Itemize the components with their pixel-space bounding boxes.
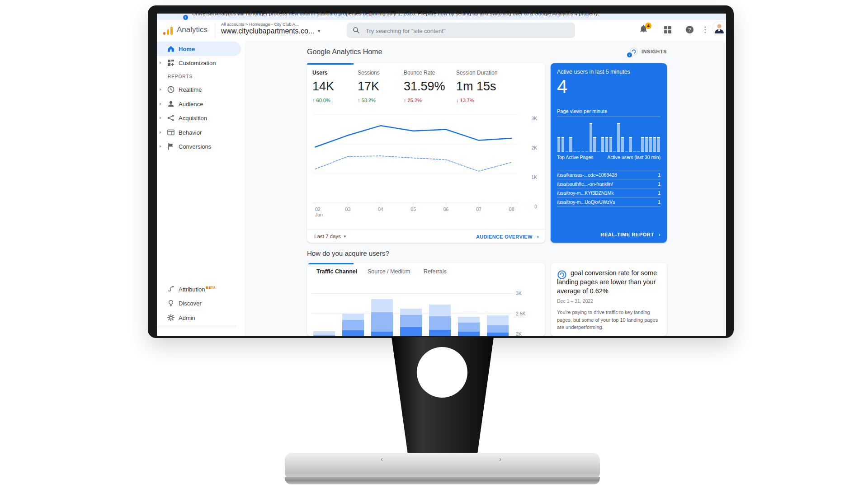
table-row[interactable]: /usa/troy-m...KYf3DZN1Mk1 — [557, 188, 660, 197]
sidebar-item-realtime[interactable]: Realtime — [157, 82, 241, 97]
section-title: How do you acquire users? — [307, 249, 389, 257]
flag-icon — [167, 142, 175, 150]
search-input[interactable] — [365, 23, 570, 39]
sidebar-item-attribution[interactable]: AttributionBETA — [157, 282, 241, 296]
traffic-channel-bar-chart: 3K2.5K2K — [307, 263, 545, 336]
notifications-bell-icon[interactable]: 4 — [638, 24, 649, 35]
realtime-subtitle: Page views per minute — [557, 108, 607, 114]
search-bar[interactable] — [347, 23, 575, 38]
table-row[interactable]: /usa/troy-m...UoQkvUWzVs1 — [557, 197, 660, 206]
page: ‹ › i Universal Analytics will no longer… — [0, 0, 868, 488]
y-axis-label: 2.5K — [516, 311, 535, 316]
intelligence-icon — [557, 270, 567, 282]
sidebar-item-label: Home — [179, 46, 195, 52]
help-icon[interactable]: ? — [684, 25, 695, 36]
sidebar-item-label: Customization — [179, 60, 216, 66]
insights-label: INSIGHTS — [642, 49, 667, 54]
divider — [215, 23, 215, 38]
reports-heading: REPORTS — [168, 74, 193, 79]
banner-text: Universal Analytics will no longer proce… — [192, 14, 599, 16]
notification-badge: 4 — [645, 23, 651, 29]
property-selector[interactable]: www.cityclubapartments.co...▼ — [221, 27, 321, 35]
svg-text:2K: 2K — [531, 145, 537, 150]
stacked-bar — [400, 309, 422, 336]
expand-caret-icon[interactable] — [160, 145, 161, 148]
more-options-icon[interactable]: ⋮ — [701, 25, 708, 36]
insight-card[interactable]: goal conversion rate for some landing pa… — [551, 263, 667, 336]
sidebar-item-conversions[interactable]: Conversions — [157, 139, 241, 154]
realtime-card: Active users in last 5 minutes 4 Page vi… — [551, 63, 667, 243]
clock-icon — [167, 85, 175, 94]
minute-bar — [629, 119, 633, 152]
overview-card: Users 14K ↑ 60.0% Sessions 17K ↑ 58.2% B… — [307, 63, 545, 243]
sidebar-item-acquisition[interactable]: Acquisition — [157, 111, 241, 125]
svg-text:0: 0 — [534, 204, 537, 209]
sidebar-item-label: Admin — [179, 314, 195, 321]
metric-session-duration[interactable]: Session Duration 1m 15s ↓ 13.7% — [456, 70, 510, 103]
expand-caret-icon[interactable] — [160, 131, 161, 134]
date-range-selector[interactable]: Last 7 days▼ — [314, 234, 347, 239]
attribution-icon — [167, 285, 175, 293]
page-title: Google Analytics Home — [307, 48, 382, 56]
svg-text:08: 08 — [509, 206, 514, 212]
breadcrumb[interactable]: All accounts > Homepage - City Club A... — [221, 22, 299, 27]
active-users-count: 4 — [557, 76, 567, 98]
sidebar-item-audience[interactable]: Audience — [157, 97, 241, 111]
y-axis-label: 3K — [516, 291, 535, 296]
avatar[interactable] — [712, 21, 726, 35]
minute-bar — [565, 119, 569, 152]
insight-body: You're paying to drive traffic to key la… — [557, 309, 661, 331]
minute-bar — [601, 119, 605, 152]
monitor-stand-cable-hole — [417, 347, 467, 398]
sidebar-item-admin[interactable]: Admin — [157, 310, 241, 325]
delta-arrow-icon: ↑ — [358, 98, 360, 103]
home-icon — [167, 45, 175, 53]
svg-text:05: 05 — [410, 206, 416, 212]
table-row[interactable]: /usa/southfie...-on-franklin/1 — [557, 179, 660, 188]
table-row[interactable]: /usa/kansas-...ode=10694281 — [557, 170, 660, 179]
metric-bounce-rate[interactable]: Bounce Rate 31.59% ↑ 25.2% — [404, 70, 453, 103]
metric-users[interactable]: Users 14K ↑ 60.0% — [312, 70, 358, 103]
chevron-down-icon: ▼ — [317, 29, 321, 33]
expand-caret-icon[interactable] — [160, 88, 161, 91]
sidebar-item-label: Audience — [179, 101, 203, 108]
svg-text:Jan: Jan — [315, 212, 323, 217]
svg-text:06: 06 — [443, 206, 449, 212]
chevron-right-icon: › — [537, 234, 539, 240]
insights-button[interactable]: 7 INSIGHTS — [629, 47, 667, 56]
metric-sessions[interactable]: Sessions 17K ↑ 58.2% — [358, 70, 403, 103]
minute-bar — [589, 119, 593, 152]
expand-caret-icon[interactable] — [160, 103, 161, 105]
svg-text:04: 04 — [378, 206, 383, 212]
expand-caret-icon[interactable] — [160, 117, 161, 119]
minute-bar — [605, 119, 609, 152]
search-icon — [353, 27, 360, 34]
minute-bar — [645, 119, 649, 152]
top-pages-header: Top Active Pages Active users (last 30 m… — [557, 155, 660, 160]
expand-caret-icon[interactable] — [160, 61, 161, 64]
sidebar-item-customization[interactable]: Customization — [157, 56, 241, 70]
sidebar-item-label: Conversions — [179, 143, 211, 150]
main-content: Google Analytics Home 7 INSIGHTS Users 1… — [245, 41, 726, 336]
stacked-bar — [313, 331, 335, 336]
realtime-report-link[interactable]: REAL-TIME REPORT› — [600, 232, 660, 237]
person-icon — [167, 100, 175, 108]
analytics-logo-text: Analytics — [177, 25, 208, 34]
sidebar: Home Customization REPORTS Realtime Audi… — [157, 41, 245, 336]
analytics-logo-icon — [163, 32, 165, 35]
apps-grid-icon[interactable] — [662, 25, 673, 36]
sidebar-item-behavior[interactable]: Behavior — [157, 125, 241, 140]
minute-bar — [557, 119, 561, 152]
pageviews-per-minute-chart — [557, 119, 660, 152]
app-bar: Analytics All accounts > Homepage - City… — [157, 20, 726, 41]
sidebar-item-label: Discover — [179, 300, 202, 307]
minute-bar — [585, 119, 589, 152]
beta-badge: BETA — [206, 286, 216, 290]
info-icon: i — [183, 15, 188, 20]
card-footer: Last 7 days▼ AUDIENCE OVERVIEW› — [307, 230, 545, 243]
sidebar-item-discover[interactable]: Discover — [157, 296, 241, 310]
minute-bar — [581, 119, 585, 152]
sidebar-item-home[interactable]: Home — [157, 42, 241, 56]
monitor-stand-base — [285, 453, 600, 480]
audience-overview-link[interactable]: AUDIENCE OVERVIEW› — [476, 234, 539, 240]
